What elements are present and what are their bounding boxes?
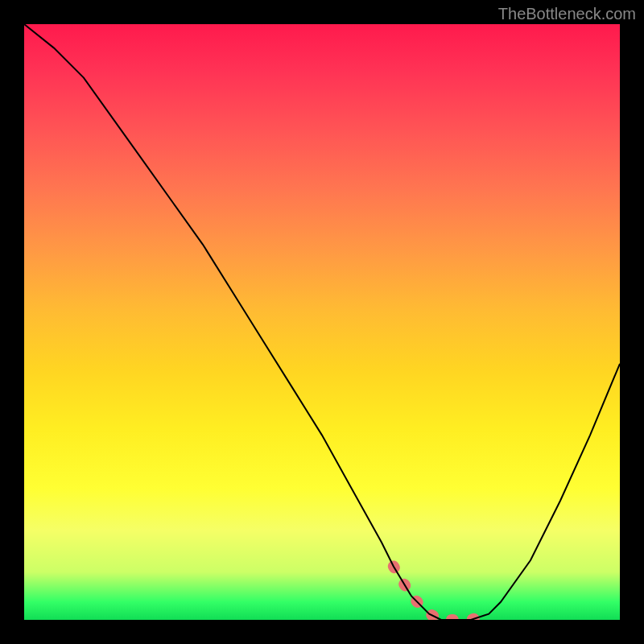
bottleneck-curve [24, 24, 620, 620]
watermark: TheBottleneck.com [498, 5, 636, 23]
chart-svg [24, 24, 620, 620]
plot-area [24, 24, 620, 620]
highlight-segment [394, 566, 489, 620]
